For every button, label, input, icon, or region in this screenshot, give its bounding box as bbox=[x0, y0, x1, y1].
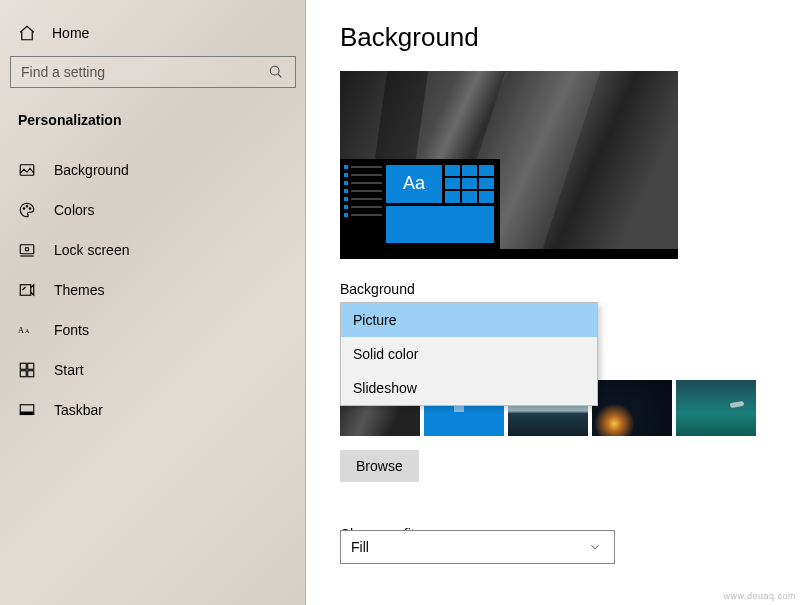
sidebar-item-taskbar[interactable]: Taskbar bbox=[0, 390, 306, 430]
sidebar-item-themes[interactable]: Themes bbox=[0, 270, 306, 310]
svg-rect-13 bbox=[28, 371, 34, 377]
svg-rect-15 bbox=[20, 412, 34, 415]
sidebar-item-label: Themes bbox=[54, 282, 105, 298]
main-panel: Background Aa bbox=[306, 0, 800, 605]
section-title: Personalization bbox=[0, 106, 306, 144]
svg-rect-7 bbox=[20, 285, 31, 296]
dropdown-option-picture[interactable]: Picture bbox=[341, 303, 597, 337]
lockscreen-icon bbox=[18, 241, 36, 259]
home-nav[interactable]: Home bbox=[0, 10, 306, 56]
sidebar-item-fonts[interactable]: AA Fonts bbox=[0, 310, 306, 350]
themes-icon bbox=[18, 281, 36, 299]
page-title: Background bbox=[340, 22, 800, 53]
svg-text:A: A bbox=[25, 327, 30, 334]
svg-point-3 bbox=[26, 206, 28, 208]
sidebar-item-label: Colors bbox=[54, 202, 94, 218]
sidebar-item-label: Taskbar bbox=[54, 402, 103, 418]
picture-thumbnail[interactable] bbox=[592, 380, 672, 436]
sidebar-item-background[interactable]: Background bbox=[0, 150, 306, 190]
sidebar-item-label: Start bbox=[54, 362, 84, 378]
svg-rect-10 bbox=[20, 363, 26, 369]
search-icon bbox=[267, 63, 285, 81]
sidebar-nav: Background Colors Lock screen Themes bbox=[0, 144, 306, 430]
browse-button[interactable]: Browse bbox=[340, 450, 419, 482]
sidebar-item-label: Background bbox=[54, 162, 129, 178]
svg-point-2 bbox=[23, 208, 25, 210]
taskbar-icon bbox=[18, 401, 36, 419]
svg-text:A: A bbox=[18, 326, 24, 335]
fit-dropdown[interactable]: Fill bbox=[340, 530, 615, 564]
sidebar-item-lockscreen[interactable]: Lock screen bbox=[0, 230, 306, 270]
fonts-icon: AA bbox=[18, 321, 36, 339]
picture-icon bbox=[18, 161, 36, 179]
svg-rect-6 bbox=[26, 248, 29, 251]
start-icon bbox=[18, 361, 36, 379]
svg-rect-11 bbox=[28, 363, 34, 369]
dropdown-option-solid-color[interactable]: Solid color bbox=[341, 337, 597, 371]
background-dropdown[interactable]: Picture Solid color Slideshow bbox=[340, 302, 598, 406]
svg-rect-5 bbox=[20, 245, 34, 254]
settings-sidebar: Home Personalization Background bbox=[0, 0, 306, 605]
sidebar-item-colors[interactable]: Colors bbox=[0, 190, 306, 230]
sidebar-item-start[interactable]: Start bbox=[0, 350, 306, 390]
dropdown-option-slideshow[interactable]: Slideshow bbox=[341, 371, 597, 405]
watermark: www.deuaq.com bbox=[723, 591, 796, 601]
search-input[interactable] bbox=[21, 64, 267, 80]
background-dropdown-label: Background bbox=[340, 281, 800, 297]
search-input-wrap[interactable] bbox=[10, 56, 296, 88]
home-label: Home bbox=[52, 25, 89, 41]
chevron-down-icon bbox=[586, 538, 604, 556]
svg-rect-12 bbox=[20, 371, 26, 377]
picture-thumbnail[interactable] bbox=[676, 380, 756, 436]
home-icon bbox=[18, 24, 36, 42]
preview-sample-text: Aa bbox=[386, 165, 442, 203]
fit-selected-value: Fill bbox=[351, 539, 369, 555]
svg-point-0 bbox=[270, 66, 279, 75]
sidebar-item-label: Lock screen bbox=[54, 242, 129, 258]
sidebar-item-label: Fonts bbox=[54, 322, 89, 338]
desktop-preview: Aa bbox=[340, 71, 678, 259]
svg-point-4 bbox=[29, 208, 31, 210]
palette-icon bbox=[18, 201, 36, 219]
